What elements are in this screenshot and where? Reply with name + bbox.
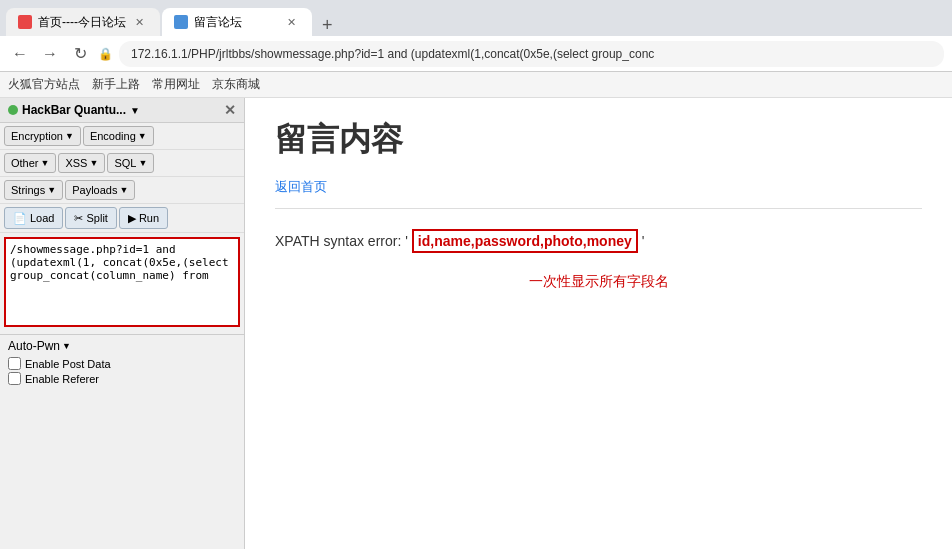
other-arrow-icon: ▼ bbox=[41, 158, 50, 168]
error-highlighted: id,name,password,photo,money bbox=[412, 229, 638, 253]
encryption-button[interactable]: Encryption ▼ bbox=[4, 126, 81, 146]
page-title: 留言内容 bbox=[275, 118, 922, 162]
hackbar-status-dot bbox=[8, 105, 18, 115]
encryption-arrow-icon: ▼ bbox=[65, 131, 74, 141]
enable-post-checkbox[interactable] bbox=[8, 357, 21, 370]
tab-1-label: 首页----今日论坛 bbox=[38, 14, 126, 31]
bookmark-item-1[interactable]: 火狐官方站点 bbox=[8, 76, 80, 93]
bookmark-item-4[interactable]: 京东商城 bbox=[212, 76, 260, 93]
hackbar-close-button[interactable]: ✕ bbox=[224, 102, 236, 118]
autopwn-section: Auto-Pwn ▼ Enable Post Data Enable Refer… bbox=[0, 335, 244, 391]
tab-2-close[interactable]: ✕ bbox=[284, 14, 300, 30]
tab-2-label: 留言论坛 bbox=[194, 14, 242, 31]
address-input[interactable] bbox=[119, 41, 944, 67]
run-label: Run bbox=[139, 212, 159, 224]
error-prefix: XPATH syntax error: ' bbox=[275, 233, 408, 249]
tab-1[interactable]: 首页----今日论坛 ✕ bbox=[6, 8, 160, 36]
enable-referer-checkbox[interactable] bbox=[8, 372, 21, 385]
sql-arrow-icon: ▼ bbox=[138, 158, 147, 168]
encoding-arrow-icon: ▼ bbox=[138, 131, 147, 141]
enable-referer-row: Enable Referer bbox=[8, 372, 236, 385]
strings-arrow-icon: ▼ bbox=[47, 185, 56, 195]
toolbar-row-2: Other ▼ XSS ▼ SQL ▼ bbox=[0, 150, 244, 177]
autopwn-arrow-icon[interactable]: ▼ bbox=[62, 341, 71, 351]
autopwn-label: Auto-Pwn bbox=[8, 339, 60, 353]
back-link[interactable]: 返回首页 bbox=[275, 178, 922, 209]
bookmarks-bar: 火狐官方站点 新手上路 常用网址 京东商城 bbox=[0, 72, 952, 98]
back-button[interactable]: ← bbox=[8, 42, 32, 66]
reload-button[interactable]: ↻ bbox=[68, 42, 92, 66]
tab-1-favicon bbox=[18, 15, 32, 29]
tab-2-favicon bbox=[174, 15, 188, 29]
xss-arrow-icon: ▼ bbox=[89, 158, 98, 168]
bookmark-item-2[interactable]: 新手上路 bbox=[92, 76, 140, 93]
autopwn-header: Auto-Pwn ▼ bbox=[8, 339, 236, 353]
other-label: Other bbox=[11, 157, 39, 169]
payloads-button[interactable]: Payloads ▼ bbox=[65, 180, 135, 200]
textarea-container: /showmessage.php?id=1 and (updatexml(1, … bbox=[0, 233, 244, 335]
sql-button[interactable]: SQL ▼ bbox=[107, 153, 154, 173]
run-icon: ▶ bbox=[128, 212, 136, 225]
security-icon: 🔒 bbox=[98, 47, 113, 61]
sql-label: SQL bbox=[114, 157, 136, 169]
other-button[interactable]: Other ▼ bbox=[4, 153, 56, 173]
enable-post-row: Enable Post Data bbox=[8, 357, 236, 370]
encoding-label: Encoding bbox=[90, 130, 136, 142]
forward-button[interactable]: → bbox=[38, 42, 62, 66]
xss-label: XSS bbox=[65, 157, 87, 169]
strings-button[interactable]: Strings ▼ bbox=[4, 180, 63, 200]
load-label: Load bbox=[30, 212, 54, 224]
hackbar-header: HackBar Quantu... ▼ ✕ bbox=[0, 98, 244, 123]
load-button[interactable]: 📄 Load bbox=[4, 207, 63, 229]
enable-post-label: Enable Post Data bbox=[25, 358, 111, 370]
error-suffix: ' bbox=[642, 233, 645, 249]
sql-input[interactable]: /showmessage.php?id=1 and (updatexml(1, … bbox=[4, 237, 240, 327]
bookmark-item-3[interactable]: 常用网址 bbox=[152, 76, 200, 93]
tab-2[interactable]: 留言论坛 ✕ bbox=[162, 8, 312, 36]
address-bar-area: ← → ↻ 🔒 bbox=[0, 36, 952, 72]
toolbar-action-row: 📄 Load ✂ Split ▶ Run bbox=[0, 204, 244, 233]
hackbar-title: HackBar Quantu... bbox=[22, 103, 126, 117]
xss-button[interactable]: XSS ▼ bbox=[58, 153, 105, 173]
toolbar-row-1: Encryption ▼ Encoding ▼ bbox=[0, 123, 244, 150]
run-button[interactable]: ▶ Run bbox=[119, 207, 168, 229]
split-label: Split bbox=[86, 212, 107, 224]
annotation: 一次性显示所有字段名 bbox=[275, 273, 922, 291]
tab-1-close[interactable]: ✕ bbox=[132, 14, 148, 30]
hackbar-panel: HackBar Quantu... ▼ ✕ Encryption ▼ Encod… bbox=[0, 98, 245, 549]
load-icon: 📄 bbox=[13, 212, 27, 225]
page-content: 留言内容 返回首页 XPATH syntax error: ' id,name,… bbox=[245, 98, 952, 549]
strings-label: Strings bbox=[11, 184, 45, 196]
browser-window: 首页----今日论坛 ✕ 留言论坛 ✕ + ← → ↻ 🔒 火狐官方站点 新手上… bbox=[0, 0, 952, 549]
payloads-arrow-icon: ▼ bbox=[119, 185, 128, 195]
enable-referer-label: Enable Referer bbox=[25, 373, 99, 385]
new-tab-button[interactable]: + bbox=[314, 15, 341, 36]
tab-bar: 首页----今日论坛 ✕ 留言论坛 ✕ + bbox=[0, 0, 952, 36]
split-icon: ✂ bbox=[74, 212, 83, 225]
toolbar-row-3: Strings ▼ Payloads ▼ bbox=[0, 177, 244, 204]
payloads-label: Payloads bbox=[72, 184, 117, 196]
hackbar-dropdown-icon[interactable]: ▼ bbox=[130, 105, 140, 116]
encoding-button[interactable]: Encoding ▼ bbox=[83, 126, 154, 146]
split-button[interactable]: ✂ Split bbox=[65, 207, 116, 229]
hackbar-header-left: HackBar Quantu... ▼ bbox=[8, 103, 140, 117]
main-area: HackBar Quantu... ▼ ✕ Encryption ▼ Encod… bbox=[0, 98, 952, 549]
encryption-label: Encryption bbox=[11, 130, 63, 142]
error-line: XPATH syntax error: ' id,name,password,p… bbox=[275, 229, 922, 253]
